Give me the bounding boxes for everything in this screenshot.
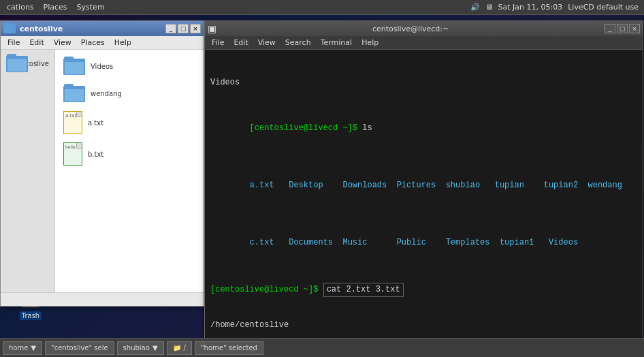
file-icons-grid: Videos wendang a.txt [61, 55, 198, 167]
slash-btn[interactable]: 📁 / [167, 341, 192, 355]
fm-menu-view[interactable]: View [50, 37, 76, 48]
sidebar-folder-icon [6, 54, 12, 73]
terminal-close-button[interactable]: × [629, 24, 640, 33]
file-content-area: centoslive Videos [1, 50, 204, 292]
list-item[interactable]: a.txt a.txt [61, 110, 106, 136]
folder-icon [63, 84, 85, 103]
centoslive-selected[interactable]: "centoslive" sele [45, 341, 114, 355]
menu-system[interactable]: System [73, 1, 109, 13]
terminal-line: a.txt Desktop Downloads Pictures shubiao… [210, 168, 637, 202]
file-manager-titlebar: centoslive _ □ × [1, 21, 204, 36]
file-manager-status [1, 292, 204, 306]
file-manager-icon [3, 22, 17, 35]
shubiao-selector: shubiao ▼ [117, 341, 164, 355]
fm-menu-help[interactable]: Help [110, 37, 135, 48]
file-manager-controls: _ □ × [165, 24, 201, 33]
close-button[interactable]: × [190, 24, 201, 33]
terminal-line: [centoslive@livecd ~]$ ls [210, 111, 637, 145]
list-item[interactable]: hello b.txt [61, 141, 106, 167]
username: LiveCD default use [568, 3, 639, 12]
file-icon: a.txt [63, 111, 82, 134]
terminal-line: Videos [210, 77, 637, 89]
terminal-line: c.txt Documents Music Public Templates t… [210, 226, 637, 260]
terminal-menu-file[interactable]: File [208, 37, 228, 48]
file-name: b.txt [88, 151, 103, 158]
file-manager-title: centoslive [20, 25, 63, 33]
terminal-maximize-button[interactable]: □ [617, 24, 628, 33]
terminal-menu-edit[interactable]: Edit [229, 37, 252, 48]
file-name: a.txt [88, 119, 103, 127]
terminal-content[interactable]: Videos [centoslive@livecd ~]$ ls a.txt D… [205, 50, 643, 354]
fm-menu-file[interactable]: File [3, 37, 24, 48]
file-manager-window: centoslive _ □ × File Edit View Places H… [0, 20, 204, 307]
file-name: Videos [91, 63, 113, 70]
home-selected[interactable]: "home" selected [195, 341, 263, 355]
shubiao-dropdown[interactable]: shubiao ▼ [117, 341, 164, 355]
desktop: cations Places System 🔊 🖥 Sat Jan 11, 05… [0, 0, 644, 357]
datetime: Sat Jan 11, 05:03 [498, 3, 563, 12]
folder-icon [63, 57, 85, 76]
file-sidebar: centoslive [1, 50, 55, 292]
slash-label: / [184, 344, 186, 352]
taskbar-bottom: home ▼ "centoslive" sele shubiao ▼ 📁 / "… [0, 338, 644, 357]
file-name: wendang [91, 90, 122, 97]
home-label: home [9, 344, 28, 352]
home-selector: home ▼ [3, 341, 42, 355]
taskbar-top-left: cations Places System [0, 1, 112, 13]
home-dropdown[interactable]: home ▼ [3, 341, 42, 355]
taskbar-top: cations Places System 🔊 🖥 Sat Jan 11, 05… [0, 0, 644, 15]
terminal-minimize-button[interactable]: _ [605, 24, 615, 33]
menu-places[interactable]: Places [39, 1, 71, 13]
terminal-window: ▣ centoslive@livecd:~ _ □ × File Edit Vi… [204, 20, 643, 354]
terminal-titlebar: ▣ centoslive@livecd:~ _ □ × [205, 21, 643, 36]
shubiao-label: shubiao [123, 344, 150, 352]
trash-label: Trash [20, 311, 42, 320]
menu-applications[interactable]: cations [3, 1, 38, 13]
terminal-menubar: File Edit View Search Terminal Help [205, 36, 643, 50]
file-icon: hello [63, 142, 82, 166]
shubiao-dropdown-arrow: ▼ [152, 344, 158, 352]
terminal-menu-terminal[interactable]: Terminal [317, 37, 357, 48]
terminal-menu-help[interactable]: Help [357, 37, 383, 48]
network-icon[interactable]: 🖥 [485, 3, 493, 12]
list-item[interactable]: wendang [61, 82, 125, 104]
volume-icon[interactable]: 🔊 [470, 3, 480, 12]
fm-menu-edit[interactable]: Edit [25, 37, 48, 48]
terminal-title: centoslive@livecd:~ [219, 25, 602, 33]
terminal-controls: _ □ × [605, 24, 640, 33]
taskbar-top-right: 🔊 🖥 Sat Jan 11, 05:03 LiveCD default use [470, 3, 644, 12]
terminal-menu-view[interactable]: View [254, 37, 280, 48]
maximize-button[interactable]: □ [178, 24, 189, 33]
fm-menu-places[interactable]: Places [77, 37, 109, 48]
file-main-area: Videos wendang a.txt [55, 50, 204, 292]
cmd-input-box[interactable]: cat 2.txt 3.txt [323, 283, 404, 297]
terminal-cmd-line: [centoslive@livecd ~]$ cat 2.txt 3.txt [210, 283, 637, 297]
home-selected-label: "home" selected [201, 344, 257, 352]
sidebar-item-centoslive[interactable]: centoslive [3, 52, 52, 74]
centoslive-selected-label: "centoslive" sele [51, 344, 108, 352]
file-manager-menubar: File Edit View Places Help [1, 36, 204, 50]
home-dropdown-arrow: ▼ [31, 344, 36, 352]
minimize-button[interactable]: _ [165, 24, 176, 33]
slash-icon: 📁 [173, 344, 181, 352]
list-item[interactable]: Videos [61, 55, 116, 77]
terminal-line: /home/centoslive [210, 320, 637, 331]
terminal-menu-search[interactable]: Search [281, 37, 315, 48]
